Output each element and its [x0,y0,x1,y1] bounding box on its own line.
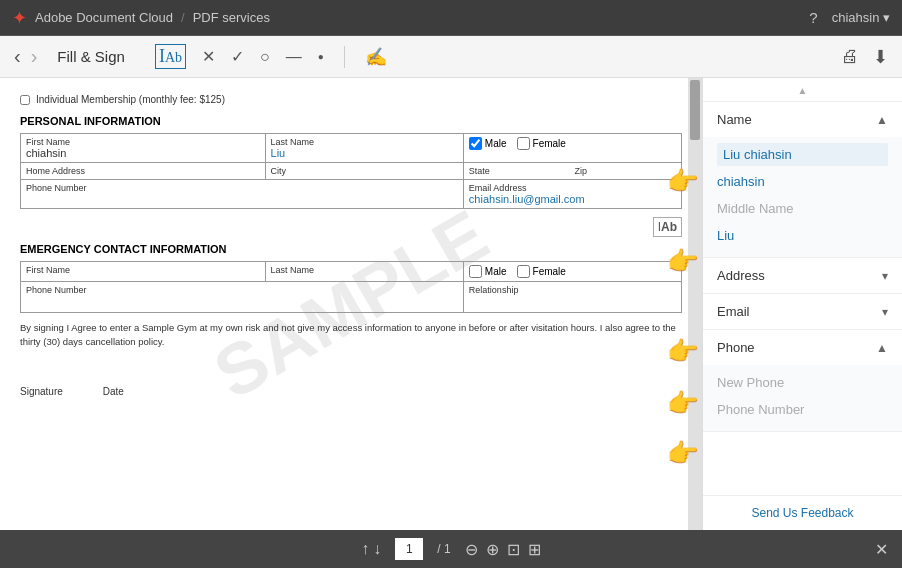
ab-cursor-indicator: IAb [653,217,682,237]
email-section-label: Email [717,304,750,319]
emergency-last-name-label: Last Name [271,265,458,275]
address-chevron-icon: ▾ [882,269,888,283]
page-nav-buttons: ↑ ↓ [361,540,381,558]
fill-sign-tools: IAb ✕ ✓ ○ — ● ✍ [155,44,387,69]
feedback-link[interactable]: Send Us Feedback [703,495,902,530]
phone-item-number[interactable]: Phone Number [717,396,888,423]
signature-label: Signature [20,386,63,397]
emergency-male-checkbox[interactable] [469,265,482,278]
zip-label: Zip [574,166,676,176]
phone-chevron-icon: ▲ [876,341,888,355]
emergency-female-checkbox-item: Female [517,265,566,278]
emergency-section-title: EMERGENCY CONTACT INFORMATION [20,243,682,255]
toolbar: ‹ › Fill & Sign IAb ✕ ✓ ○ — ● ✍ 🖨 ⬇ [0,36,902,78]
user-menu[interactable]: chiahsin ▾ [832,10,890,25]
name-item-middle[interactable]: Middle Name [717,195,888,222]
circle-tool-icon[interactable]: ○ [260,48,270,66]
address-section: Address ▾ [703,258,902,294]
phone-section-header[interactable]: Phone ▲ [703,330,902,365]
male-label: Male [485,138,507,149]
adobe-logo-icon: ✦ [12,7,27,29]
disclaimer-text: By signing I Agree to enter a Sample Gym… [20,321,682,350]
address-section-header[interactable]: Address ▾ [703,258,902,293]
name-item-chiahsin[interactable]: chiahsin [717,168,888,195]
panel-scroll-up[interactable]: ▲ [703,78,902,102]
emergency-gender-checkboxes: Male Female [469,265,676,278]
page-total: / 1 [437,542,450,556]
name-section-header[interactable]: Name ▲ [703,102,902,137]
zoom-in-button[interactable]: ⊕ [486,540,499,559]
name-section: Name ▲ Liu chiahsin chiahsin Middle Name… [703,102,902,258]
app-title: Adobe Document Cloud [35,10,173,25]
female-checkbox[interactable] [517,137,530,150]
pdf-content: Individual Membership (monthly fee: $125… [20,94,682,397]
email-section: Email ▾ [703,294,902,330]
zoom-out-button[interactable]: ⊖ [465,540,478,559]
email-value: chiahsin.liu@gmail.com [469,193,676,205]
toolbar-divider [344,46,345,68]
emergency-phone-label: Phone Number [26,285,458,295]
membership-checkbox[interactable] [20,95,30,105]
signature-tool-icon[interactable]: ✍ [365,46,387,68]
page-up-button[interactable]: ↑ [361,540,369,558]
gender-checkboxes: Male Female [469,137,676,150]
service-name: PDF services [193,10,270,25]
name-section-content: Liu chiahsin chiahsin Middle Name Liu [703,137,902,257]
emergency-first-name-label: First Name [26,265,260,275]
scrollbar-thumb[interactable] [690,80,700,140]
text-tool-icon[interactable]: IAb [155,44,186,69]
topbar-right: ? chiahsin ▾ [809,9,890,26]
first-name-value: chiahsin [26,147,260,159]
email-section-header[interactable]: Email ▾ [703,294,902,329]
membership-line: Individual Membership (monthly fee: $125… [20,94,682,105]
fit-page-button[interactable]: ⊡ [507,540,520,559]
name-item-liu[interactable]: Liu [717,222,888,249]
membership-label: Individual Membership (monthly fee: $125… [36,94,225,105]
signature-row: Signature Date [20,370,682,397]
phone-section-label: Phone [717,340,755,355]
cross-tool-icon[interactable]: ✕ [202,47,215,66]
help-icon[interactable]: ? [809,9,817,26]
phone-section-content: New Phone Phone Number [703,365,902,431]
pdf-area: SAMPLE Individual Membership (monthly fe… [0,78,702,530]
email-chevron-icon: ▾ [882,305,888,319]
male-checkbox[interactable] [469,137,482,150]
dash-tool-icon[interactable]: — [286,48,302,66]
page-number-input[interactable] [395,538,423,560]
breadcrumb-separator: / [181,10,185,25]
scrollbar-track [688,78,702,530]
name-section-label: Name [717,112,752,127]
first-name-label: First Name [26,137,260,147]
emergency-male-label: Male [485,266,507,277]
date-label: Date [103,386,124,397]
phone-item-new[interactable]: New Phone [717,369,888,396]
personal-section-title: PERSONAL INFORMATION [20,115,682,127]
emergency-info-table: First Name Last Name Male [20,261,682,313]
phone-label: Phone Number [26,183,458,193]
main-content: SAMPLE Individual Membership (monthly fe… [0,78,902,530]
page-down-button[interactable]: ↓ [373,540,381,558]
right-panel: ▲ Name ▲ Liu chiahsin chiahsin Middle Na… [702,78,902,530]
close-button[interactable]: ✕ [875,540,888,559]
phone-section: Phone ▲ New Phone Phone Number [703,330,902,432]
tool-name: Fill & Sign [57,48,125,65]
check-tool-icon[interactable]: ✓ [231,47,244,66]
female-label: Female [533,138,566,149]
two-page-button[interactable]: ⊞ [528,540,541,559]
zoom-controls: ⊖ ⊕ ⊡ ⊞ [465,540,541,559]
back-button[interactable]: ‹ [14,45,21,68]
emergency-female-label: Female [533,266,566,277]
name-item-liu-chiahsin[interactable]: Liu chiahsin [717,143,888,166]
name-chevron-icon: ▲ [876,113,888,127]
personal-info-table: First Name chiahsin Last Name Liu Mal [20,133,682,209]
bottom-bar: ↑ ↓ / 1 ⊖ ⊕ ⊡ ⊞ ✕ [0,530,902,568]
emergency-female-checkbox[interactable] [517,265,530,278]
dot-tool-icon[interactable]: ● [318,51,324,62]
print-icon[interactable]: 🖨 [841,46,859,68]
toolbar-right-icons: 🖨 ⬇ [841,46,888,68]
panel-wrapper: ▲ Name ▲ Liu chiahsin chiahsin Middle Na… [703,78,902,530]
emergency-relationship-label: Relationship [469,285,676,295]
download-icon[interactable]: ⬇ [873,46,888,68]
state-label: State [469,166,571,176]
top-bar: ✦ Adobe Document Cloud / PDF services ? … [0,0,902,36]
